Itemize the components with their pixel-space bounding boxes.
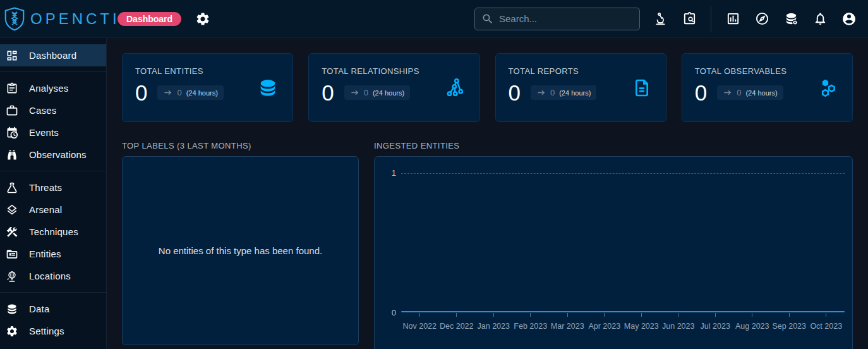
topbar-divider — [711, 6, 711, 32]
tick-mark — [456, 313, 457, 317]
sidebar-label: Observations — [29, 149, 87, 160]
dashboard-grid-icon — [6, 49, 18, 62]
sidebar-label: Locations — [29, 271, 71, 281]
tick-mark — [530, 313, 531, 317]
database-stack-icon — [257, 77, 279, 99]
stats-row: TOTAL ENTITIES 0 0 (24 hours) TOTAL RELA… — [122, 53, 853, 122]
delta-chip: 0 (24 hours) — [157, 85, 223, 100]
custom-dashboards-chart-icon[interactable] — [720, 6, 745, 32]
x-axis: Nov 2022 Dec 2022 Jan 2023 Feb 2023 Mar … — [401, 313, 845, 331]
arrow-right-icon — [723, 88, 732, 97]
sidebar-item-arsenal[interactable]: Arsenal — [0, 199, 106, 221]
ingested-entities-chart[interactable]: 1 0 Nov 2022 Dec 2022 Jan 2023 Feb 2023 … — [374, 156, 853, 349]
delta-chip: 0 (24 hours) — [531, 85, 596, 100]
sidebar-item-events[interactable]: Events — [0, 121, 106, 144]
stat-value: 0 — [322, 82, 334, 104]
gridline-y1 — [401, 173, 845, 174]
flask-icon — [6, 181, 18, 194]
arrow-right-icon — [163, 88, 172, 97]
stat-card-total-reports: TOTAL REPORTS 0 0 (24 hours) — [495, 53, 666, 122]
x-axis-tick-label: Jul 2023 — [697, 313, 734, 331]
briefcase-icon — [6, 104, 18, 117]
x-axis-tick-label: Mar 2023 — [549, 313, 586, 331]
stat-value: 0 — [135, 82, 147, 104]
sidebar-item-entities[interactable]: Entities — [0, 243, 106, 265]
topbar-icon-group — [648, 6, 868, 32]
stat-card-total-entities: TOTAL ENTITIES 0 0 (24 hours) — [122, 53, 293, 122]
current-page-chip[interactable]: Dashboard — [118, 12, 181, 26]
investigations-microscope-icon[interactable] — [648, 6, 673, 32]
opencti-shield-icon — [4, 7, 25, 31]
sidebar: Dashboard Analyses Cases Events Observat… — [0, 38, 107, 349]
x-axis-tick-label: Aug 2023 — [734, 313, 771, 331]
binoculars-icon — [6, 149, 18, 161]
widget-title-ingested-entities: INGESTED ENTITIES — [374, 141, 853, 150]
x-axis-tick-label: Feb 2023 — [512, 313, 550, 331]
delta-period: (24 hours) — [373, 89, 404, 97]
global-search[interactable] — [474, 8, 640, 30]
sidebar-item-locations[interactable]: Locations — [0, 265, 106, 287]
top-labels-card: No entities of this type has been found. — [122, 156, 359, 345]
tick-mark — [604, 313, 605, 317]
tick-mark — [789, 313, 790, 317]
delta-value: 0 — [550, 88, 555, 97]
delta-period: (24 hours) — [745, 89, 777, 97]
stat-title: TOTAL OBSERVABLES — [695, 66, 840, 76]
profile-account-icon[interactable] — [836, 6, 862, 32]
dashboard-settings-gear-icon[interactable] — [195, 11, 210, 27]
sidebar-item-observations[interactable]: Observations — [0, 144, 106, 166]
x-axis-tick-label: Dec 2022 — [438, 313, 476, 331]
globe-icon — [6, 270, 18, 283]
tick-mark — [752, 313, 752, 317]
sidebar-item-analyses[interactable]: Analyses — [0, 77, 106, 99]
y-axis-label-0: 0 — [383, 308, 396, 317]
delta-period: (24 hours) — [186, 89, 218, 97]
sidebar-divider — [0, 71, 106, 72]
sidebar-label: Arsenal — [29, 204, 62, 215]
chart-plot-area: 1 0 — [401, 173, 845, 312]
x-axis-tick-label: May 2023 — [623, 313, 660, 331]
stat-title: TOTAL ENTITIES — [135, 66, 280, 76]
widget-title-top-labels: TOP LABELS (3 LAST MONTHS) — [122, 141, 359, 150]
x-axis-tick-label: Nov 2022 — [401, 313, 438, 331]
arrow-right-icon — [350, 88, 359, 97]
x-axis-tick-label: Jun 2023 — [660, 313, 697, 331]
sidebar-item-threats[interactable]: Threats — [0, 176, 106, 199]
sidebar-label: Analyses — [29, 83, 68, 94]
sidebar-divider — [0, 171, 106, 171]
search-icon — [481, 13, 494, 25]
x-axis-tick-label: Sep 2023 — [771, 313, 808, 331]
knowledge-search-clipboard-icon[interactable] — [677, 6, 702, 32]
layers-icon — [6, 204, 18, 216]
stat-card-total-observables: TOTAL OBSERVABLES 0 0 (24 hours) — [682, 53, 853, 122]
main-content: TOTAL ENTITIES 0 0 (24 hours) TOTAL RELA… — [107, 38, 868, 349]
data-processing-database-gear-icon[interactable] — [778, 6, 804, 32]
sidebar-item-cases[interactable]: Cases — [0, 99, 106, 121]
document-icon — [632, 78, 652, 98]
x-axis-tick-label: Apr 2023 — [586, 313, 624, 331]
explore-compass-icon[interactable] — [749, 6, 775, 32]
calendar-clock-icon — [6, 126, 18, 139]
sidebar-item-techniques[interactable]: Techniques — [0, 221, 106, 243]
sidebar-item-dashboard[interactable]: Dashboard — [0, 44, 106, 66]
ingested-entities-widget: INGESTED ENTITIES 1 0 Nov 2022 Dec 2022 … — [374, 141, 853, 349]
delta-chip: 0 (24 hours) — [717, 85, 783, 100]
opencti-logo[interactable]: OPENCTI — [0, 7, 118, 31]
sidebar-item-settings[interactable]: Settings — [0, 320, 106, 342]
delta-period: (24 hours) — [559, 89, 591, 97]
sidebar-label: Techniques — [29, 226, 78, 237]
y-axis-label-1: 1 — [383, 168, 396, 178]
search-input[interactable] — [499, 13, 633, 24]
stat-value: 0 — [509, 82, 521, 104]
sidebar-item-data[interactable]: Data — [0, 298, 106, 320]
tick-mark — [567, 313, 568, 317]
tick-mark — [678, 313, 678, 317]
delta-value: 0 — [177, 88, 181, 97]
stat-title: TOTAL RELATIONSHIPS — [322, 66, 466, 76]
tick-mark — [715, 313, 716, 317]
widgets-row: TOP LABELS (3 LAST MONTHS) No entities o… — [122, 141, 853, 349]
delta-chip: 0 (24 hours) — [344, 85, 410, 100]
sidebar-label: Dashboard — [29, 50, 76, 61]
notifications-bell-icon[interactable] — [807, 6, 833, 32]
sidebar-label: Settings — [29, 326, 64, 336]
